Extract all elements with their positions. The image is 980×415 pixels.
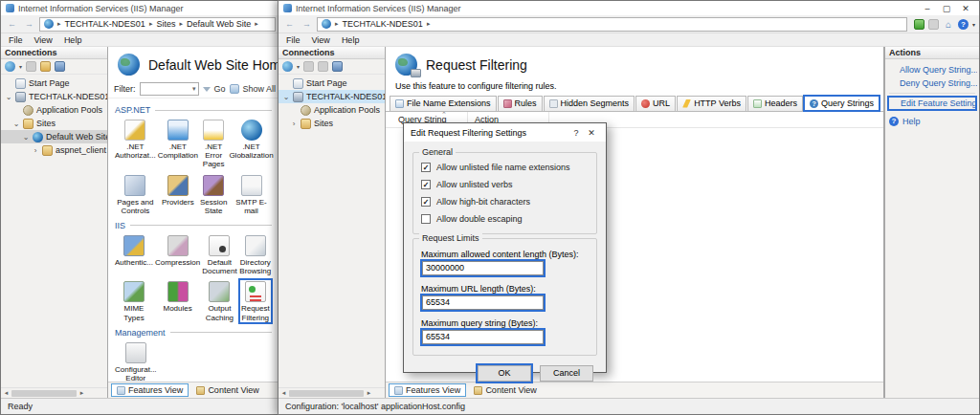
action-allow-query-string[interactable]: Allow Query String... [887,63,977,76]
go-button[interactable]: Go [214,84,226,94]
feature-providers[interactable]: Providers [158,173,198,216]
menu-view[interactable]: View [312,35,330,45]
tab-content-view[interactable]: Content View [191,383,263,397]
max-query-string-input[interactable]: 65534 [422,330,544,344]
checkbox-icon[interactable] [421,214,431,224]
feature-net-error-pages[interactable]: .NET Error Pages [200,118,227,170]
breadcrumb-server[interactable]: TECHTALK-NDES01 [65,19,145,29]
tree-item-default-web-site[interactable]: ⌄ Default Web Site [1,130,107,143]
action-help[interactable]: ? Help [887,113,977,126]
connect-dropdown-icon[interactable]: ▾ [297,63,300,70]
tab-headers[interactable]: Headers [747,96,803,111]
scroll-left-icon[interactable]: ◂ [2,389,11,397]
left-titlebar[interactable]: Internet Information Services (IIS) Mana… [1,1,279,15]
feature-modules[interactable]: Modules [155,279,200,322]
breadcrumb[interactable]: ▸ TECHTALK-NDES01 ▸ Sites ▸ Default Web … [39,17,276,32]
checkbox-icon[interactable]: ✓ [421,163,431,172]
minimize-button[interactable]: – [919,2,936,15]
scroll-right-icon[interactable]: ▸ [365,389,373,397]
breadcrumb[interactable]: ▸ TECHTALK-NDES01 ▸ [317,17,907,32]
home-icon[interactable]: ⌂ [943,19,954,30]
tab-url[interactable]: URL [635,96,676,111]
feature-mime-types[interactable]: MIME Types [115,279,153,322]
feature-directory-browsing[interactable]: Directory Browsing [239,233,272,276]
checkbox-icon[interactable]: ✓ [421,197,431,207]
feature-pages-and-controls[interactable]: Pages and Controls [115,173,156,216]
scroll-right-icon[interactable]: ▸ [78,389,86,397]
start-icon[interactable] [914,19,924,30]
feature-compression[interactable]: Compression [155,233,200,276]
save-icon[interactable] [26,61,36,72]
checkbox-allow-double-escaping[interactable]: Allow double escaping [421,214,589,224]
feature-output-caching[interactable]: Output Caching [202,279,236,322]
ok-button[interactable]: OK [478,365,531,382]
filter-input[interactable]: ▾ [140,82,199,96]
feature-net-compilation[interactable]: .NET Compilation [158,118,198,170]
go-up-icon[interactable] [40,61,51,72]
feature-smtp-email[interactable]: SMTP E-mail [229,173,273,216]
tree-item-application-pools[interactable]: Application Pools [1,103,107,117]
breadcrumb-server[interactable]: TECHTALK-NDES01 [343,19,423,29]
expander-icon[interactable]: ⌄ [12,120,20,128]
tree-item-server[interactable]: ⌄ TECHTALK-NDES01 (INT\mb [1,90,107,103]
dialog-help-button[interactable]: ? [568,128,584,138]
feature-authentication[interactable]: Authentic... [115,233,153,276]
maximize-button[interactable]: ▢ [938,2,955,15]
tab-hidden-segments[interactable]: Hidden Segments [544,96,635,111]
tree-item-sites[interactable]: ⌄ Sites [1,117,107,130]
expander-icon[interactable]: › [290,120,298,128]
menu-help[interactable]: Help [64,35,82,45]
checkbox-allow-high-bit-characters[interactable]: ✓ Allow high-bit characters [421,197,589,207]
right-titlebar[interactable]: Internet Information Services (IIS) Mana… [278,1,979,15]
scrollbar-thumb[interactable] [11,390,77,397]
checkbox-allow-unlisted-file-name-extensions[interactable]: ✓ Allow unlisted file name extensions [421,163,589,172]
back-button[interactable]: ← [5,18,19,31]
max-url-length-input[interactable]: 65534 [422,295,544,310]
tree-item-application-pools[interactable]: Application Pools [278,103,385,117]
back-button[interactable]: ← [282,18,297,31]
feature-request-filtering[interactable]: Request Filtering [239,279,272,322]
menu-file[interactable]: File [9,35,23,45]
connect-dropdown-icon[interactable]: ▾ [19,63,22,70]
connections-hscrollbar[interactable]: ◂ ▸ [278,387,385,398]
breadcrumb-default-web-site[interactable]: Default Web Site [187,19,251,29]
help-dropdown-icon[interactable]: ▾ [972,21,975,28]
menu-help[interactable]: Help [342,35,360,45]
feature-default-document[interactable]: Default Document [202,233,236,276]
connections-hscrollbar[interactable]: ◂ ▸ [1,387,107,398]
dropdown-icon[interactable]: ▾ [192,85,196,93]
feature-configuration-editor[interactable]: Configurat... Editor [115,340,157,382]
checkbox-allow-unlisted-verbs[interactable]: ✓ Allow unlisted verbs [421,180,589,189]
tree-item-sites[interactable]: › Sites [278,117,385,130]
tree-item-aspnet-client[interactable]: › aspnet_client [1,143,107,157]
refresh-server-icon[interactable] [55,61,65,72]
dialog-close-button[interactable]: ✕ [584,128,599,138]
tab-http-verbs[interactable]: HTTP Verbs [677,96,746,111]
tab-features-view[interactable]: Features View [111,383,189,397]
checkbox-icon[interactable]: ✓ [421,180,431,189]
feature-net-authorization[interactable]: .NET Authorizat... [115,118,156,170]
expander-icon[interactable]: ⌄ [5,93,12,101]
close-button[interactable]: ✕ [957,2,974,15]
expander-icon[interactable]: ⌄ [282,93,290,101]
tab-file-name-extensions[interactable]: File Name Extensions [390,96,497,111]
forward-button[interactable]: → [22,18,36,31]
connect-icon[interactable] [5,61,15,72]
expander-icon[interactable]: › [32,146,39,155]
show-all-button[interactable]: Show All [243,84,277,94]
menu-file[interactable]: File [286,35,301,45]
breadcrumb-sites[interactable]: Sites [156,19,175,29]
tree-item-start-page[interactable]: Start Page [278,76,385,90]
cancel-button[interactable]: Cancel [540,365,593,382]
dialog-titlebar[interactable]: Edit Request Filtering Settings ? ✕ [404,123,606,142]
scrollbar-thumb[interactable] [289,390,364,397]
action-deny-query-string[interactable]: Deny Query String... [887,76,977,90]
tree-item-server[interactable]: ⌄ TECHTALK-NDES01 (INT\mb [278,90,385,103]
expander-icon[interactable]: ⌄ [22,133,30,142]
help-icon[interactable]: ? [958,19,969,30]
max-content-length-input[interactable]: 30000000 [422,261,544,275]
action-edit-feature-settings[interactable]: Edit Feature Settings... [888,97,976,110]
forward-button[interactable]: → [300,18,314,31]
feature-net-globalization[interactable]: .NET Globalization [229,118,273,170]
feature-session-state[interactable]: Session State [200,173,227,216]
